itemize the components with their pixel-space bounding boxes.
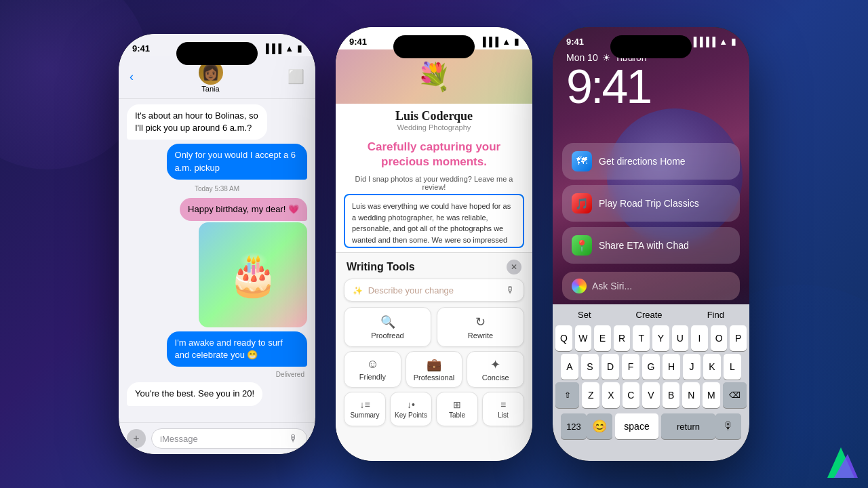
writing-tools-main-buttons: 🔍 Proofread ↻ Rewrite: [344, 307, 524, 347]
kb-delete-key[interactable]: ⌫: [723, 382, 747, 408]
message-input[interactable]: iMessage 🎙: [151, 428, 307, 449]
professional-button[interactable]: 💼 Professional: [406, 351, 463, 388]
brand-logo: [821, 441, 861, 481]
writing-tools-mic-icon[interactable]: 🎙: [506, 285, 515, 296]
proofread-label: Proofread: [371, 331, 403, 340]
kb-set-button[interactable]: Set: [567, 307, 602, 323]
key-points-button[interactable]: ↓• Key Points: [390, 392, 432, 426]
kb-key-k[interactable]: K: [703, 354, 721, 380]
kb-key-p[interactable]: P: [730, 325, 747, 351]
kb-key-g[interactable]: G: [642, 354, 660, 380]
writing-tools-close-button[interactable]: ✕: [507, 260, 521, 274]
status-icons-1: ▐▐▐ ▲ ▮: [262, 43, 302, 54]
photographer-name: Luis Coderque: [347, 109, 521, 123]
kb-key-c[interactable]: C: [623, 382, 640, 408]
rewrite-icon: ↻: [475, 314, 486, 329]
proofread-button[interactable]: 🔍 Proofread: [344, 307, 431, 347]
list-icon: ≡: [500, 399, 506, 410]
key-points-label: Key Points: [395, 411, 427, 419]
kb-space-button[interactable]: space: [615, 413, 658, 439]
kb-key-b[interactable]: B: [663, 382, 680, 408]
input-placeholder: iMessage: [160, 434, 198, 444]
review-text[interactable]: Luis was everything we could have hoped …: [344, 194, 524, 248]
friendly-button[interactable]: ☺ Friendly: [344, 351, 401, 388]
dynamic-island-2: [393, 35, 475, 58]
writing-tools-panel: Writing Tools ✕ ✨ Describe your change 🎙…: [336, 252, 532, 461]
keyboard: Set Create Find Q W E R T Y U I O P A S …: [553, 304, 749, 461]
kb-key-o[interactable]: O: [711, 325, 728, 351]
siri-suggestion-music[interactable]: 🎵 Play Road Trip Classics: [562, 185, 740, 222]
photographer-header: Luis Coderque Wedding Photography: [336, 104, 532, 136]
writing-tools-input-placeholder: ✨ Describe your change: [353, 285, 454, 296]
message-text: I'm awake and ready to surf and celebrat…: [175, 338, 283, 360]
kb-key-v[interactable]: V: [642, 382, 660, 408]
rewrite-label: Rewrite: [468, 331, 493, 340]
contact-name[interactable]: Tania: [201, 85, 219, 93]
message-bubble: It's about an hour to Bolinas, so I'll p…: [127, 104, 267, 140]
wifi-icon-1: ▲: [285, 43, 294, 54]
siri-suggestion-share[interactable]: 📍 Share ETA with Chad: [562, 227, 740, 264]
status-icons-2: ▐▐▐ ▲ ▮: [479, 37, 519, 47]
battery-icon-1: ▮: [297, 43, 302, 54]
message-text: Happy birthday, my dear! 💗: [188, 204, 299, 214]
ask-siri-bar[interactable]: Ask Siri...: [562, 272, 740, 300]
concise-icon: ✦: [490, 357, 500, 372]
summary-button[interactable]: ↓≡ Summary: [344, 392, 386, 426]
kb-key-j[interactable]: J: [683, 354, 701, 380]
kb-create-button[interactable]: Create: [625, 307, 673, 323]
writing-tools-input[interactable]: ✨ Describe your change 🎙: [344, 279, 524, 302]
kb-numbers-button[interactable]: 123: [561, 413, 587, 439]
review-prompt: Did I snap photos at your wedding? Leave…: [336, 174, 532, 194]
writing-tools-title: Writing Tools: [347, 261, 415, 273]
kb-key-e[interactable]: E: [594, 325, 611, 351]
status-time-1: 9:41: [132, 43, 150, 54]
kb-key-t[interactable]: T: [633, 325, 650, 351]
kb-key-a[interactable]: A: [561, 354, 578, 380]
kb-find-button[interactable]: Find: [696, 307, 735, 323]
kb-key-x[interactable]: X: [602, 382, 620, 408]
list-label: List: [498, 411, 509, 419]
status-time-2: 9:41: [349, 37, 367, 47]
kb-key-r[interactable]: R: [614, 325, 631, 351]
table-button[interactable]: ⊞ Table: [436, 392, 478, 426]
phone-imessage: 9:41 ▐▐▐ ▲ ▮ ‹ 👩🏾 Tania ⬜ It's about an …: [119, 34, 315, 454]
kb-key-w[interactable]: W: [575, 325, 592, 351]
list-button[interactable]: ≡ List: [482, 392, 524, 426]
kb-key-m[interactable]: M: [703, 382, 720, 408]
siri-suggestions: 🗺 Get directions Home 🎵 Play Road Trip C…: [562, 143, 740, 264]
kb-key-s[interactable]: S: [581, 354, 599, 380]
kb-key-n[interactable]: N: [682, 382, 700, 408]
kb-shift-key[interactable]: ⇧: [555, 382, 579, 408]
siri-suggestion-directions[interactable]: 🗺 Get directions Home: [562, 143, 740, 180]
battery-icon-2: ▮: [514, 37, 519, 47]
keyboard-bottom-row: 123 😊 space return 🎙: [555, 411, 747, 439]
wifi-icon-3: ▲: [719, 37, 728, 47]
kb-return-button[interactable]: return: [661, 413, 715, 439]
status-icons-3: ▐▐▐▐ ▲ ▮: [690, 37, 736, 47]
kb-mic-button[interactable]: 🎙: [715, 413, 741, 439]
back-button[interactable]: ‹: [130, 70, 134, 84]
lock-time: 9:41: [566, 63, 736, 110]
kb-key-y[interactable]: Y: [652, 325, 669, 351]
message-bubble: You're the best. See you in 20!: [127, 382, 262, 405]
kb-key-z[interactable]: Z: [582, 382, 599, 408]
kb-key-l[interactable]: L: [724, 354, 741, 380]
birthday-image: 🎂: [199, 222, 307, 327]
rewrite-button[interactable]: ↻ Rewrite: [437, 307, 524, 347]
message-text: You're the best. See you in 20!: [135, 388, 254, 399]
kb-key-f[interactable]: F: [622, 354, 639, 380]
contact-center: 👩🏾 Tania: [199, 60, 223, 93]
mic-icon: 🎙: [289, 433, 298, 444]
professional-label: Professional: [414, 373, 455, 382]
kb-key-h[interactable]: H: [663, 354, 680, 380]
kb-key-q[interactable]: Q: [555, 325, 572, 351]
delivered-status: Delivered: [127, 371, 304, 378]
kb-key-d[interactable]: D: [601, 354, 619, 380]
kb-key-i[interactable]: I: [691, 325, 708, 351]
video-call-icon[interactable]: ⬜: [288, 68, 304, 85]
attachment-button[interactable]: +: [127, 429, 146, 448]
message-text: Only for you would I accept a 6 a.m. pic…: [175, 150, 296, 172]
kb-emoji-button[interactable]: 😊: [587, 413, 612, 439]
concise-button[interactable]: ✦ Concise: [467, 351, 524, 388]
kb-key-u[interactable]: U: [672, 325, 689, 351]
